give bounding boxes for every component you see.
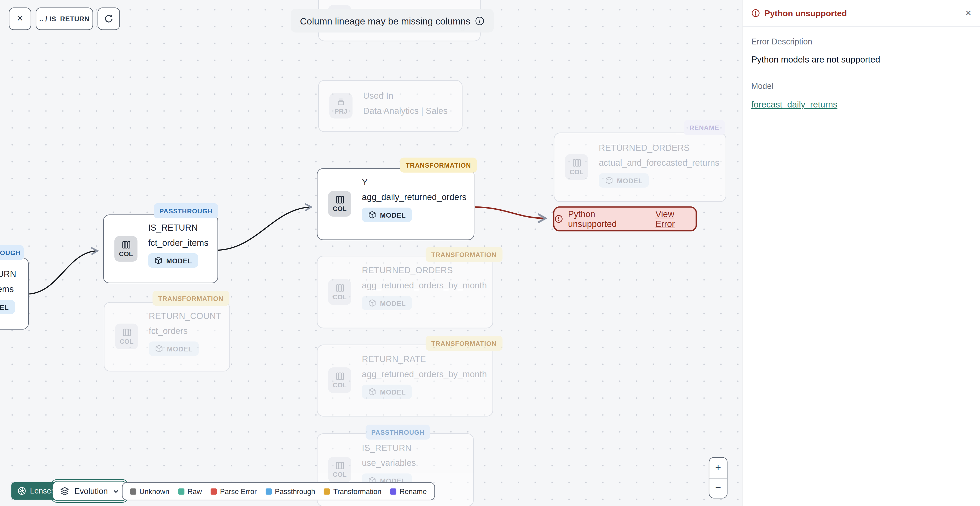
columns-icon (335, 284, 344, 292)
error-details-panel: Python unsupported × Error Description P… (742, 0, 980, 506)
lineage-canvas[interactable]: eting PRJ Used In Data Analytics | Sales… (0, 0, 742, 506)
columns-icon (335, 461, 344, 470)
node-subtitle: use_variables (362, 458, 416, 468)
project-chip: PRJ (329, 93, 353, 118)
edge-passthrough-to-transformation (218, 207, 311, 250)
node-subtitle: agg_daily_returned_orders (362, 192, 466, 202)
legend-label: Passthrough (275, 487, 315, 495)
columns-icon (335, 372, 344, 381)
python-unsupported-badge[interactable]: Python unsupported View Error (553, 206, 697, 231)
error-badge-label: Python unsupported (568, 209, 645, 229)
legend-label: Parse Error (220, 487, 256, 495)
model-label: Model (751, 81, 971, 91)
model-label: MODEL (380, 211, 406, 219)
refresh-icon (104, 14, 114, 24)
node-title: Used In (363, 91, 448, 101)
legend-label: Raw (188, 487, 202, 495)
node-title: IS_RETURN (148, 223, 208, 233)
chip-label: COL (333, 293, 347, 300)
zoom-out-button[interactable]: − (710, 478, 727, 498)
error-description-label: Error Description (751, 37, 971, 46)
passthrough-badge: PASSTHROUGH (154, 203, 218, 218)
model-badge: MODEL (148, 253, 198, 268)
lens-legend: Unknown Raw Parse Error Passthrough Tran… (122, 482, 435, 500)
legend-swatch (266, 488, 272, 495)
panel-title: Python unsupported (764, 8, 847, 18)
columns-icon (122, 328, 131, 337)
cube-icon (605, 176, 613, 185)
view-error-link[interactable]: View Error (655, 209, 695, 229)
cube-icon (368, 211, 377, 219)
banner-text: Column lineage may be missing columns (300, 16, 470, 26)
panel-body: Error Description Python models are not … (743, 27, 980, 120)
column-chip: COL (328, 457, 351, 482)
chip-label: COL (119, 250, 133, 257)
lineage-warning-banner: Column lineage may be missing columns (291, 9, 493, 32)
passthrough-badge-fragment: OUGH (0, 245, 24, 260)
node-title: Y (362, 177, 466, 187)
legend-item-rename: Rename (390, 487, 426, 495)
node-title: RETURN_COUNT (149, 311, 221, 321)
lens-selected-label: Evolution (75, 486, 108, 496)
transformation-badge: TRANSFORMATION (400, 158, 476, 172)
cube-icon (154, 257, 163, 265)
panel-header: Python unsupported × (743, 0, 980, 27)
column-chip: COL (328, 279, 351, 305)
chip-label: PRJ (334, 107, 347, 114)
edge-transformation-to-error (475, 207, 546, 218)
chevron-down-icon (113, 487, 119, 494)
column-chip: COL (328, 367, 351, 393)
transformation-badge: TRANSFORMATION (426, 247, 502, 262)
column-chip: COL (565, 154, 588, 180)
node-subtitle-fragment: ems (0, 284, 14, 294)
lens-selector[interactable]: Evolution (52, 481, 127, 501)
warning-icon (751, 9, 760, 18)
lineage-app: eting PRJ Used In Data Analytics | Sales… (0, 0, 980, 506)
refresh-button[interactable] (97, 8, 120, 30)
zoom-in-button[interactable]: + (710, 458, 727, 478)
model-badge: MODEL (362, 208, 412, 222)
cube-icon (155, 345, 163, 353)
breadcrumb[interactable]: .. / IS_RETURN (36, 8, 93, 30)
legend-item-transformation: Transformation (324, 487, 382, 495)
model-badge: MODEL (149, 342, 199, 356)
node-title: RETURNED_ORDERS (362, 265, 487, 275)
legend-label: Rename (399, 487, 427, 495)
model-label: MODEL (380, 388, 406, 396)
column-chip: COL (115, 324, 138, 349)
node-title: IS_RETURN (362, 443, 416, 453)
node-title: RETURN_RATE (362, 354, 487, 364)
model-badge: MODEL (362, 385, 412, 399)
legend-swatch (130, 488, 137, 495)
column-chip: COL (328, 191, 351, 217)
transformation-badge: TRANSFORMATION (426, 336, 502, 351)
legend-item-parse-error: Parse Error (210, 487, 256, 495)
legend-item-unknown: Unknown (130, 487, 169, 495)
edge-left-to-passthrough (29, 251, 97, 294)
legend-item-passthrough: Passthrough (266, 487, 315, 495)
passthrough-badge: PASSTHROUGH (366, 425, 430, 439)
model-label: MODEL (380, 299, 406, 307)
chip-label: COL (333, 205, 347, 212)
model-badge: MODEL (362, 296, 412, 310)
legend-swatch (210, 488, 217, 495)
breadcrumb-label: .. / IS_RETURN (39, 15, 90, 22)
chip-label: COL (333, 381, 347, 389)
zoom-controls: + − (709, 457, 728, 498)
aperture-icon (18, 487, 26, 495)
info-icon[interactable] (475, 16, 484, 25)
model-badge-fragment: DEL (0, 300, 15, 314)
chip-label: COL (119, 337, 134, 345)
error-description-text: Python models are not supported (751, 54, 971, 65)
cube-icon (368, 299, 377, 307)
column-chip: COL (115, 236, 137, 262)
legend-label: Transformation (333, 487, 382, 495)
node-subtitle: actual_and_forecasted_returns (599, 158, 719, 168)
close-lineage-button[interactable]: × (9, 8, 31, 30)
model-link[interactable]: forecast_daily_returns (751, 99, 837, 110)
legend-swatch (324, 488, 331, 495)
columns-icon (335, 196, 344, 204)
legend-label: Unknown (139, 487, 169, 495)
panel-close-icon[interactable]: × (966, 8, 971, 19)
stack-icon (336, 97, 346, 106)
